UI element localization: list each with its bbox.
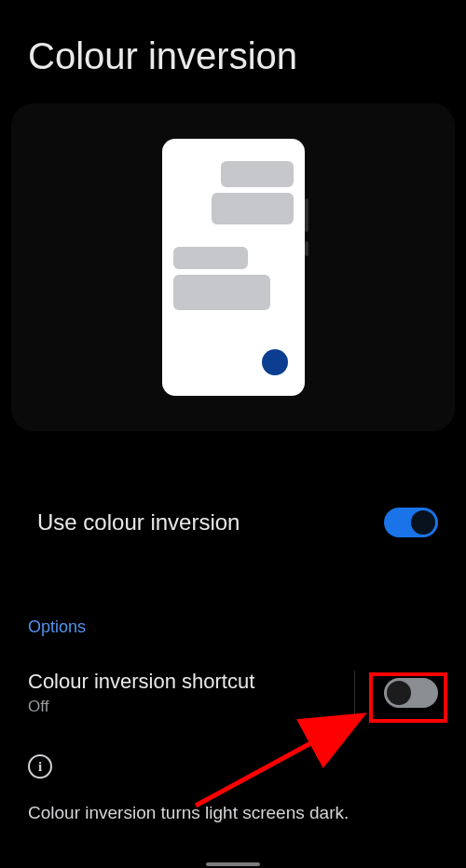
preview-phone <box>162 139 305 396</box>
colour-inversion-shortcut-toggle[interactable] <box>384 678 438 708</box>
shortcut-left: Colour inversion shortcut Off <box>28 670 254 716</box>
colour-inversion-shortcut-row[interactable]: Colour inversion shortcut Off <box>0 665 466 721</box>
info-row[interactable]: i <box>0 754 466 779</box>
footer-description: Colour inversion turns light screens dar… <box>0 803 466 823</box>
chat-bubble <box>221 161 294 187</box>
options-header: Options <box>0 617 466 637</box>
page-title: Colour inversion <box>0 0 466 103</box>
chat-bubble <box>173 247 248 269</box>
shortcut-title: Colour inversion shortcut <box>28 670 254 694</box>
divider <box>354 671 355 715</box>
use-colour-inversion-toggle[interactable] <box>384 508 438 537</box>
info-icon: i <box>28 754 52 779</box>
toggle-knob <box>387 681 411 705</box>
preview-card <box>11 103 455 431</box>
chat-bubble <box>212 193 294 224</box>
use-colour-inversion-row[interactable]: Use colour inversion <box>0 495 466 550</box>
phone-side-button <box>305 198 308 232</box>
compose-dot <box>262 349 288 375</box>
phone-side-button-2 <box>305 241 308 256</box>
settings-screen: Colour inversion Use colour inversion Op… <box>0 0 466 868</box>
use-colour-inversion-label: Use colour inversion <box>37 509 240 536</box>
toggle-knob <box>411 510 435 535</box>
chat-bubble <box>173 275 270 310</box>
shortcut-state: Off <box>28 698 254 716</box>
home-handle <box>206 862 260 866</box>
